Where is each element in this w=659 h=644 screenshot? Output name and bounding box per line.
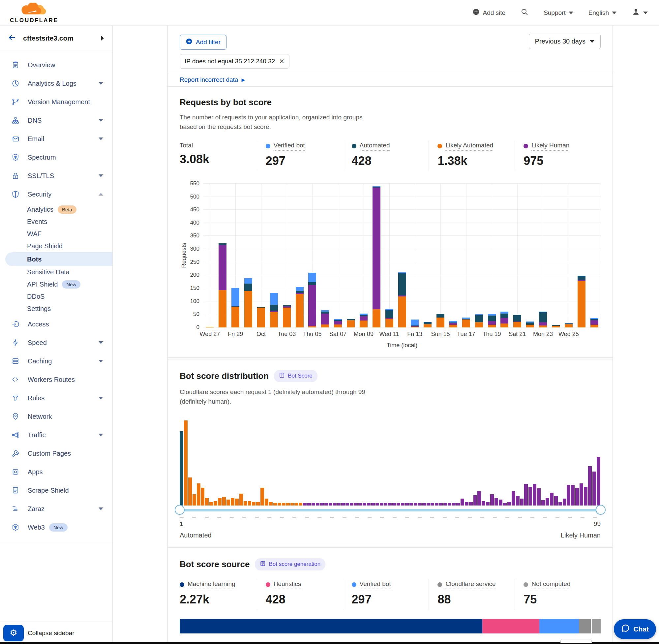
stat-label[interactable]: Likely Automated (445, 142, 493, 151)
bar-sat-14[interactable] (424, 322, 431, 327)
bar-fri-06[interactable] (321, 310, 329, 327)
stat-label[interactable]: Verified bot (360, 580, 391, 589)
bot-score-generation-doc-badge[interactable]: Bot score generation (255, 558, 325, 571)
bar-fri-13[interactable] (411, 320, 419, 327)
close-icon[interactable]: ✕ (279, 58, 284, 65)
sidebar-item-version-management[interactable]: Version Management (0, 93, 112, 111)
bar-tue-10[interactable] (373, 186, 380, 327)
sidebar-item-zaraz[interactable]: Zaraz (0, 500, 112, 518)
sidebar-item-page-shield[interactable]: Page Shield (0, 240, 112, 252)
stat-label[interactable]: Not computed (532, 580, 570, 589)
stat-label[interactable]: Likely Human (532, 142, 569, 151)
hist-bar-score-96 (584, 487, 587, 506)
stat-label[interactable]: Verified bot (274, 142, 305, 151)
sidebar-item-security[interactable]: Security (0, 185, 112, 204)
bar-wed-18[interactable] (475, 314, 483, 327)
sidebar-item-apps[interactable]: Apps (0, 463, 112, 481)
stat-label[interactable]: Machine learning (188, 580, 235, 589)
slider-handle-min[interactable] (175, 505, 185, 515)
gridline (338, 184, 338, 327)
sidebar-item-rules[interactable]: Rules (0, 389, 112, 407)
chevron-right-icon[interactable] (101, 36, 104, 41)
support-menu[interactable]: Support (544, 9, 573, 17)
sidebar-item-waf[interactable]: WAF (0, 228, 112, 240)
bar-mon-16[interactable] (449, 321, 457, 327)
report-incorrect-data-link[interactable]: Report incorrect data (180, 76, 238, 84)
bar-sun-08[interactable] (347, 319, 355, 327)
sidebar-item-workers-routes[interactable]: Workers Routes (0, 370, 112, 389)
sidebar-item-scrape-shield[interactable]: Scrape Shield (0, 481, 112, 500)
bar-thu-19[interactable] (488, 314, 496, 327)
stat-label[interactable]: Heuristics (274, 580, 301, 589)
language-menu[interactable]: English (588, 9, 616, 17)
bot-score-histogram[interactable] (180, 420, 601, 506)
bar-thu-05[interactable] (308, 273, 316, 327)
add-site-button[interactable]: Add site (472, 8, 505, 17)
back-arrow-icon[interactable] (8, 33, 17, 43)
bar-fri-29[interactable] (231, 288, 239, 327)
cloudflare-logo[interactable]: CLOUDFLARE (10, 3, 58, 23)
bar-wed-04[interactable] (296, 287, 304, 327)
bar-mon-09[interactable] (360, 314, 368, 327)
bar-tue-17[interactable] (462, 318, 470, 327)
date-range-select[interactable]: Previous 30 days (529, 33, 601, 49)
sidebar-item-custom-pages[interactable]: Custom Pages (0, 444, 112, 463)
slider-handle-max[interactable] (596, 505, 606, 515)
bar-sun-22[interactable] (526, 322, 534, 327)
sidebar-item-web3[interactable]: Web3New (0, 518, 112, 536)
sidebar-item-dns[interactable]: DNS (0, 111, 112, 130)
bar-fri-27[interactable] (590, 318, 598, 327)
sidebar-item-bots[interactable]: Bots (5, 252, 112, 266)
search-button[interactable] (521, 8, 528, 18)
score-range-slider[interactable] (180, 509, 601, 511)
sidebar-item-label: SSL/TLS (28, 172, 54, 180)
bar-tue-24[interactable] (552, 325, 560, 327)
gridline (204, 223, 601, 223)
stat-label[interactable]: Cloudflare service (445, 580, 495, 589)
bar-sun-15[interactable] (437, 314, 444, 327)
sidebar-item-caching[interactable]: Caching (0, 352, 112, 370)
sidebar-item-email[interactable]: Email (0, 130, 112, 148)
sidebar-item-network[interactable]: Network (0, 407, 112, 426)
chart-plot-area[interactable] (204, 184, 601, 327)
bar-wed-11[interactable] (385, 309, 393, 327)
sidebar-item-ssl-tls[interactable]: SSL/TLS (0, 166, 112, 185)
sidebar-item-analytics[interactable]: AnalyticsBeta (0, 204, 112, 216)
sidebar-item-sensitive-data[interactable]: Sensitive Data (0, 266, 112, 278)
bot-score-doc-badge[interactable]: Bot Score (274, 370, 317, 382)
bar-fri-20[interactable] (500, 312, 508, 327)
bar-sat-30[interactable] (244, 278, 252, 327)
bar-mon-23[interactable] (539, 312, 547, 327)
sidebar-item-overview[interactable]: Overview (0, 56, 112, 74)
bar-sat-07[interactable] (334, 319, 342, 327)
sidebar-item-ddos[interactable]: DDoS (0, 291, 112, 303)
stat-label[interactable]: Automated (360, 142, 390, 151)
bar-mon-02[interactable] (270, 293, 278, 327)
sidebar-item-spectrum[interactable]: Spectrum (0, 148, 112, 166)
x-tick-label: Sun 15 (431, 331, 450, 338)
sidebar-item-access[interactable]: Access (0, 315, 112, 334)
sidebar-item-label: Custom Pages (28, 450, 71, 457)
bar-thu-12[interactable] (398, 272, 406, 327)
x-tick-label: Mon 09 (354, 331, 374, 338)
bar-wed-27[interactable] (206, 327, 214, 327)
bar-oct[interactable] (257, 307, 265, 327)
bar-thu-26[interactable] (578, 276, 586, 327)
collapse-sidebar-button[interactable]: ⚙ (3, 625, 24, 641)
stat-value: 2.27k (180, 593, 254, 606)
bar-sat-21[interactable] (513, 315, 521, 327)
sidebar-item-api-shield[interactable]: API ShieldNew (0, 278, 112, 291)
sidebar-item-events[interactable]: Events (0, 216, 112, 228)
site-name[interactable]: cftestsite3.com (23, 34, 73, 42)
bar-thu-28[interactable] (218, 243, 227, 327)
add-filter-button[interactable]: Add filter (180, 34, 227, 50)
sidebar-item-speed[interactable]: Speed (0, 334, 112, 352)
bar-wed-25[interactable] (565, 323, 573, 327)
chat-button[interactable]: Chat (614, 619, 656, 639)
filter-chip[interactable]: IP does not equal 35.212.240.32 ✕ (180, 54, 289, 69)
account-menu[interactable] (632, 7, 648, 18)
sidebar-item-settings[interactable]: Settings (0, 303, 112, 315)
sidebar-item-analytics-logs[interactable]: Analytics & Logs (0, 74, 112, 93)
sidebar-item-traffic[interactable]: Traffic (0, 426, 112, 444)
bar-tue-03[interactable] (283, 305, 291, 327)
